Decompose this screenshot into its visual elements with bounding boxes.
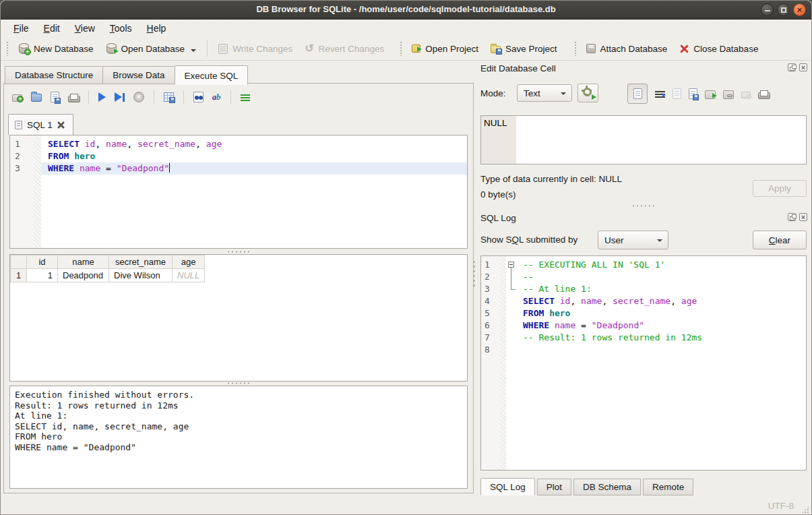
find-icon[interactable] [193,92,204,102]
dock-tab-plot[interactable]: Plot [537,479,571,495]
apply-button[interactable]: Apply [753,180,807,197]
corner-header[interactable] [11,255,27,269]
splitter-vertical[interactable] [472,243,476,303]
close-sql-tab-icon[interactable] [57,121,65,129]
work-area: Database Structure Browse Data Execute S… [1,61,811,496]
chevron-down-icon [561,92,566,95]
sql-code-area[interactable]: SELECT id, name, secret_name, age FROM h… [41,135,467,248]
splitter-cell-log[interactable] [480,204,807,208]
word-wrap-icon[interactable] [655,90,665,99]
format-sql-icon[interactable] [241,94,250,102]
mode-label: Mode: [480,88,506,98]
row-header[interactable]: 1 [11,269,27,282]
open-project-button[interactable]: Open Project [406,40,485,57]
dock-tab-db-schema[interactable]: DB Schema [573,479,641,495]
edit-cell-dock-title: Edit Database Cell [480,63,556,73]
tab-browse-data[interactable]: Browse Data [102,66,174,84]
text-document-icon [633,88,642,99]
log-line: -- At line 1: [516,283,806,295]
encoding-indicator[interactable]: UTF-8 [768,501,794,511]
fold-margin [33,135,41,248]
export-results-button[interactable] [164,92,174,102]
float-dock-icon[interactable] [788,63,796,71]
close-dock-icon[interactable] [799,63,807,71]
resize-grip-icon[interactable] [801,506,809,514]
print-cell-button[interactable] [758,90,769,99]
clear-log-button[interactable]: Clear [753,231,807,249]
toolbar-drag-handle[interactable] [574,41,577,56]
sql-editor-toolbar: + × ab [12,90,250,104]
close-button[interactable]: × [793,3,806,16]
cell-secret-name[interactable]: Dive Wilson [109,269,173,282]
sql-editor[interactable]: 1 2 3 SELECT id, name, secret_name, age … [9,135,468,249]
sql-log-view[interactable]: 12 34 56 78 -- EXECUTING ALL IN 'SQL 1' … [480,255,807,471]
new-database-icon: + [18,43,29,54]
column-header-name[interactable]: name [58,255,109,269]
tab-database-structure[interactable]: Database Structure [5,66,102,84]
set-null-button[interactable] [741,92,751,98]
tab-execute-sql[interactable]: Execute SQL [175,65,249,85]
import-data-button[interactable] [673,88,681,99]
find-replace-icon[interactable]: ab [212,92,221,102]
log-line: FROM hero [516,307,806,320]
splitter-results-status[interactable] [4,382,473,385]
text-mode-button[interactable] [627,84,648,104]
column-header-age[interactable]: age [173,255,205,269]
execute-sql-button[interactable] [98,92,106,102]
gear-icon [583,88,592,96]
copy-link-button[interactable] [723,90,734,99]
toolbar-drag-handle[interactable] [6,41,9,56]
fold-collapse-icon[interactable] [508,262,514,268]
dock-tab-sql-log[interactable]: SQL Log [480,478,535,495]
write-changes-icon [218,44,228,54]
column-header-id[interactable]: id [27,255,58,269]
menubar: File Edit View Tools Help [1,20,811,37]
export-data-button[interactable] [689,88,697,99]
maximize-button[interactable] [777,3,790,16]
null-icon [747,94,751,99]
log-line: -- [516,271,806,283]
open-project-icon [412,44,420,53]
table-row: 1 1 Deadpond Dive Wilson NULL [11,269,205,282]
save-project-button[interactable]: Save Project [485,40,563,57]
mode-combobox[interactable]: Text [517,84,572,102]
column-header-secret-name[interactable]: secret_name [109,255,173,269]
new-database-button[interactable]: + New Database [12,40,100,57]
write-changes-button[interactable]: Write Changes [212,40,299,57]
open-database-button[interactable]: Open Database [100,40,203,57]
cell-name[interactable]: Deadpond [58,269,109,282]
maximize-icon [781,7,786,13]
toolbar-drag-handle[interactable] [400,41,403,56]
open-sql-file-button[interactable] [31,94,42,102]
attach-database-button[interactable]: Attach Database [580,40,674,57]
submitted-by-combobox[interactable]: User [598,231,668,249]
menu-tools[interactable]: Tools [102,21,139,36]
print-button[interactable] [68,94,79,102]
new-sql-tab-button[interactable]: + [12,94,22,102]
close-database-button[interactable]: Close Database [673,40,764,57]
open-database-dropdown-icon[interactable] [191,49,196,52]
titlebar[interactable]: DB Browser for SQLite - /home/user/code/… [1,1,811,20]
minimize-button[interactable] [761,3,774,16]
execute-current-line-button[interactable] [115,92,125,102]
cell-editor[interactable]: NULL [480,115,807,164]
revert-changes-button[interactable]: ↺ Revert Changes [299,40,390,57]
log-line [516,344,806,356]
splitter-editor-results[interactable] [4,250,473,253]
open-in-window-button[interactable] [705,90,716,99]
execution-status-box[interactable]: Execution finished without errors.Result… [9,386,468,489]
auto-switch-mode-button[interactable] [577,84,598,102]
open-database-icon [106,43,117,54]
save-sql-file-button[interactable] [51,92,59,102]
sql-file-tab[interactable]: SQL 1 [8,114,73,135]
close-dock-icon[interactable] [799,213,807,221]
dock-tab-remote[interactable]: Remote [643,479,693,495]
menu-help[interactable]: Help [139,21,174,36]
cell-age-null[interactable]: NULL [173,269,205,282]
menu-view[interactable]: View [67,21,102,36]
float-dock-icon[interactable] [788,213,796,221]
menu-file[interactable]: File [6,21,36,36]
cell-id[interactable]: 1 [27,269,58,282]
stop-execution-button[interactable]: × [133,92,144,102]
menu-edit[interactable]: Edit [36,21,67,36]
